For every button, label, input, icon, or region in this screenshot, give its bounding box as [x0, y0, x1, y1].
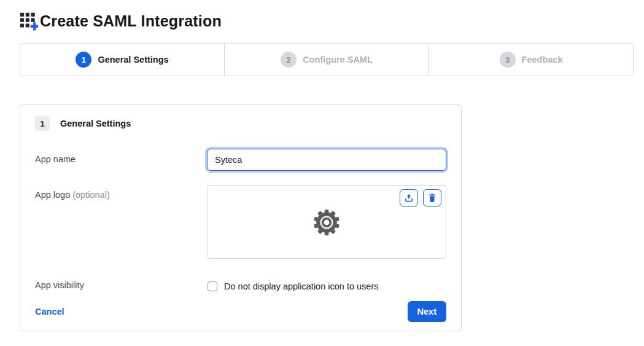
card-heading: General Settings: [60, 119, 131, 128]
app-name-field-col: [207, 149, 446, 171]
app-logo-label: App logo (optional): [35, 185, 207, 259]
hide-icon-checkbox-label[interactable]: Do not display application icon to users: [224, 281, 378, 291]
step-label: Feedback: [522, 55, 563, 65]
next-button[interactable]: Next: [408, 301, 446, 322]
step-bar: 1 General Settings 2 Configure SAML 3 Fe…: [20, 43, 634, 76]
page: Create SAML Integration 1 General Settin…: [20, 10, 634, 331]
trash-icon: [427, 193, 437, 203]
logo-dropzone[interactable]: [207, 185, 446, 259]
app-visibility-field-col: Do not display application icon to users: [207, 280, 446, 293]
tab-feedback[interactable]: 3 Feedback: [429, 44, 633, 76]
app-visibility-row: App visibility Do not display applicatio…: [35, 280, 446, 293]
tab-configure-saml[interactable]: 2 Configure SAML: [224, 44, 429, 76]
app-logo-field-col: [207, 185, 446, 259]
app-logo-row: App logo (optional): [35, 185, 446, 259]
cancel-link[interactable]: Cancel: [35, 307, 64, 317]
hide-icon-checkbox[interactable]: [208, 281, 217, 291]
gear-icon: [312, 208, 341, 237]
step-label: Configure SAML: [303, 55, 373, 65]
app-name-input[interactable]: [207, 149, 446, 171]
delete-logo-button[interactable]: [423, 189, 441, 206]
page-header: Create SAML Integration: [20, 10, 634, 32]
general-settings-card: 1 General Settings App name App logo (op…: [20, 104, 462, 331]
step-label: General Settings: [98, 55, 168, 65]
card-step-number: 1: [35, 116, 50, 131]
tab-general-settings[interactable]: 1 General Settings: [20, 44, 224, 76]
app-logo-optional-hint: (optional): [72, 190, 109, 200]
step-number-badge: 2: [281, 52, 297, 68]
upload-logo-button[interactable]: [400, 189, 418, 206]
app-name-row: App name: [35, 149, 446, 171]
step-number-badge: 1: [76, 52, 91, 68]
app-grid-plus-icon: [20, 11, 38, 31]
card-header: 1 General Settings: [35, 116, 446, 131]
logo-actions: [400, 189, 441, 206]
visibility-checkbox-line: Do not display application icon to users: [207, 280, 446, 293]
step-number-badge: 3: [500, 52, 516, 68]
upload-icon: [404, 193, 414, 203]
page-title: Create SAML Integration: [40, 12, 222, 30]
card-footer: Cancel Next: [35, 301, 446, 322]
app-logo-label-text: App logo: [35, 190, 70, 200]
app-name-label: App name: [35, 149, 207, 171]
app-visibility-label: App visibility: [35, 280, 207, 293]
